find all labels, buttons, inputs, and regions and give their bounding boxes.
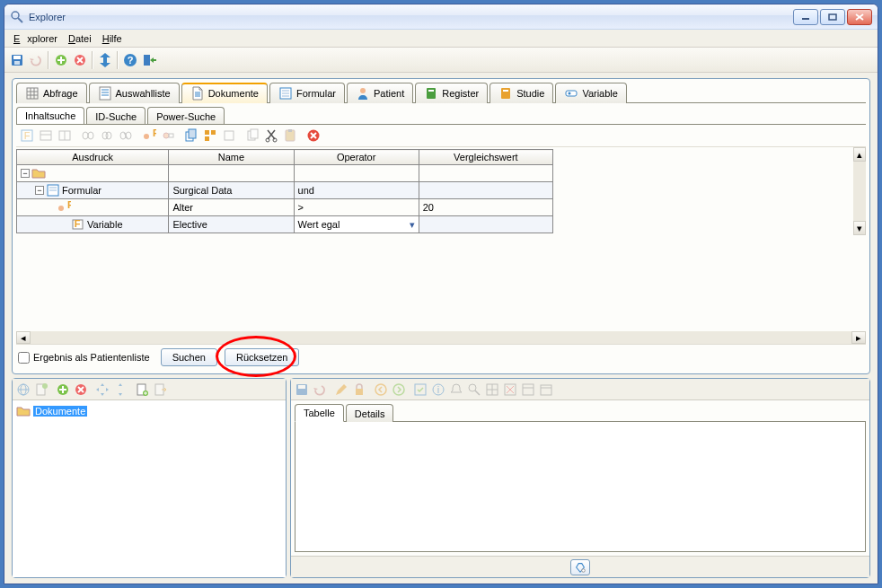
forward-icon[interactable]	[392, 382, 406, 397]
col-ausdruck[interactable]: Ausdruck	[17, 150, 169, 165]
cell-name[interactable]: Alter	[169, 199, 294, 216]
tab-inhaltsuche[interactable]: Inhaltsuche	[16, 107, 84, 125]
horizontal-scrollbar[interactable]: ◂ ▸	[16, 331, 866, 344]
group-icon[interactable]	[203, 128, 217, 143]
svg-rect-21	[100, 87, 110, 100]
tool-icon[interactable]	[39, 128, 53, 143]
lock-icon[interactable]	[352, 382, 366, 397]
cell-name[interactable]	[169, 165, 294, 182]
exit-icon[interactable]	[142, 53, 156, 67]
tab-tabelle[interactable]: Tabelle	[295, 404, 344, 422]
tab-auswahlliste[interactable]: Auswahlliste	[89, 83, 180, 103]
insert-form-icon[interactable]: F	[20, 128, 34, 143]
scroll-right-icon[interactable]: ▸	[851, 331, 866, 344]
link-icon[interactable]	[81, 128, 95, 143]
cell-wert[interactable]	[419, 216, 552, 233]
globe-icon[interactable]	[16, 382, 31, 397]
info-icon[interactable]: i	[431, 382, 445, 397]
refresh-icon[interactable]	[98, 53, 112, 67]
copy-icon[interactable]	[184, 128, 198, 143]
collapse-icon[interactable]: −	[35, 186, 44, 195]
save-icon[interactable]	[10, 53, 24, 67]
maximize-button[interactable]	[820, 9, 845, 25]
add-icon[interactable]	[56, 382, 70, 397]
tree-node-dokumente[interactable]: Dokumente	[16, 404, 282, 418]
scroll-up-icon[interactable]: ▴	[853, 147, 866, 162]
back-icon[interactable]	[374, 382, 388, 397]
save-icon[interactable]	[295, 382, 309, 397]
tab-register[interactable]: Register	[415, 83, 488, 103]
delete-icon[interactable]	[74, 382, 88, 397]
move-icon[interactable]	[95, 382, 110, 397]
field-f-icon[interactable]: F	[142, 128, 156, 143]
tab-details[interactable]: Details	[346, 404, 394, 422]
minimize-button[interactable]	[793, 9, 818, 25]
new-icon[interactable]	[34, 382, 49, 397]
undo-icon[interactable]	[313, 382, 327, 397]
menu-datei[interactable]: Datei	[65, 31, 95, 46]
delete-row-icon[interactable]	[306, 128, 321, 143]
scroll-down-icon[interactable]: ▾	[853, 221, 866, 235]
tab-dokumente[interactable]: Dokumente	[181, 83, 268, 103]
scroll-left-icon[interactable]: ◂	[16, 331, 31, 344]
copy-icon[interactable]	[245, 128, 260, 143]
field-icon[interactable]	[161, 128, 175, 143]
grid-icon[interactable]	[485, 382, 499, 397]
search-button[interactable]: Suchen	[161, 348, 217, 366]
query-row[interactable]: − Formular Surgical Data und	[17, 182, 553, 199]
link-icon[interactable]	[100, 128, 114, 143]
col-operator[interactable]: Operator	[294, 150, 419, 165]
tab-formular[interactable]: Formular	[269, 83, 345, 103]
grid-icon[interactable]	[521, 382, 535, 397]
import-icon[interactable]	[135, 382, 149, 397]
query-row[interactable]: F Variable Elective Wert egal ▾	[17, 216, 553, 233]
delete-icon[interactable]	[73, 53, 87, 67]
help-icon[interactable]: ?	[123, 53, 137, 67]
tool-icon[interactable]	[57, 128, 72, 143]
move-icon[interactable]	[113, 382, 128, 397]
cell-operator[interactable]	[294, 165, 419, 182]
col-vergleichswert[interactable]: Vergleichswert	[419, 150, 552, 165]
cell-name[interactable]: Surgical Data	[169, 182, 294, 199]
cut-icon[interactable]	[264, 128, 278, 143]
vertical-scrollbar[interactable]: ▴ ▾	[853, 147, 866, 235]
tab-id-suche[interactable]: ID-Suche	[86, 107, 146, 125]
export-icon[interactable]	[153, 382, 167, 397]
edit-icon[interactable]	[334, 382, 348, 397]
cell-operator[interactable]: und	[294, 182, 419, 199]
clear-filter-button[interactable]	[570, 559, 590, 575]
menu-explorer[interactable]: Explorer	[10, 31, 61, 46]
cell-operator-dropdown[interactable]: Wert egal ▾	[294, 216, 419, 233]
bell-icon[interactable]	[449, 382, 463, 397]
result-as-patientlist-checkbox[interactable]: Ergebnis als Patientenliste	[18, 352, 150, 364]
tab-power-suche[interactable]: Power-Suche	[147, 107, 225, 125]
tab-patient[interactable]: Patient	[347, 83, 413, 103]
query-row[interactable]: −	[17, 165, 553, 182]
cell-wert[interactable]	[419, 165, 552, 182]
reset-button[interactable]: Rücksetzen	[225, 348, 299, 366]
paste-icon[interactable]	[283, 128, 297, 143]
undo-icon[interactable]	[29, 53, 43, 67]
collapse-icon[interactable]: −	[21, 169, 30, 178]
tab-studie[interactable]: Studie	[490, 83, 553, 103]
checkbox-input[interactable]	[18, 352, 30, 364]
domain-tabs: Abfrage Auswahlliste Dokumente Formular …	[16, 83, 866, 103]
add-icon[interactable]	[54, 53, 68, 67]
calendar-icon[interactable]	[539, 382, 553, 397]
close-button[interactable]	[847, 9, 872, 25]
tree-area[interactable]: Dokumente	[13, 400, 286, 577]
col-name[interactable]: Name	[169, 150, 294, 165]
tab-abfrage[interactable]: Abfrage	[16, 83, 87, 103]
cell-operator[interactable]: >	[294, 199, 419, 216]
query-row[interactable]: F Alter > 20	[17, 199, 553, 216]
grid-delete-icon[interactable]	[503, 382, 517, 397]
menu-hilfe[interactable]: Hilfe	[99, 31, 126, 46]
task-icon[interactable]	[413, 382, 428, 397]
cell-wert[interactable]	[419, 182, 552, 199]
cell-wert[interactable]: 20	[419, 199, 552, 216]
search-icon[interactable]	[467, 382, 481, 397]
link-icon[interactable]	[119, 128, 133, 143]
tab-variable[interactable]: Variable	[555, 83, 627, 103]
cell-name[interactable]: Elective	[169, 216, 294, 233]
tool-icon[interactable]	[222, 128, 236, 143]
